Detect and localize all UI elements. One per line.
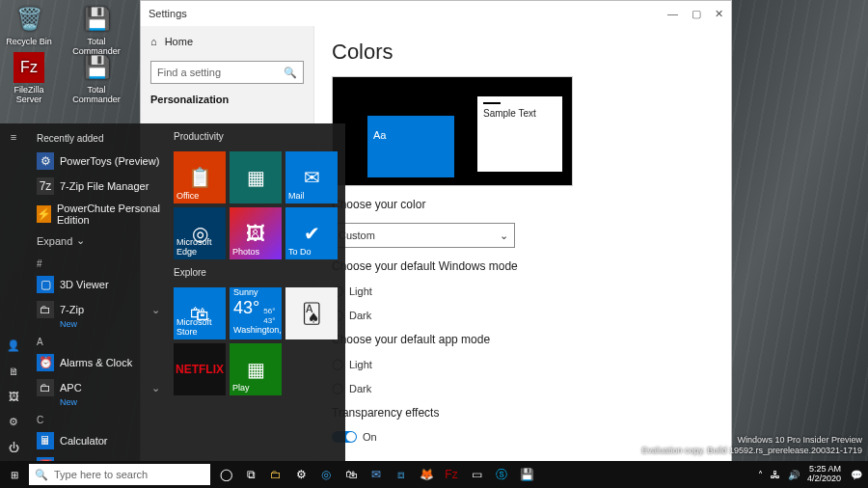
preview-tiles bbox=[367, 116, 454, 177]
desktop-icon-total-commander[interactable]: 💾 Total Commander bbox=[71, 4, 122, 56]
filezilla-icon[interactable]: Fz bbox=[444, 467, 459, 482]
tray-chevron-icon[interactable]: ˄ bbox=[758, 470, 763, 480]
expand-recent[interactable]: Expand⌄ bbox=[31, 230, 166, 251]
nav-home-label: Home bbox=[165, 36, 193, 47]
start-menu: ≡ 👤 🗎 🖼 ⚙ ⏻ Recently added ⚙PowerToys (P… bbox=[0, 123, 345, 461]
app-label: 7-Zip File Manager bbox=[60, 180, 149, 192]
app-alarms[interactable]: ⏰Alarms & Clock bbox=[31, 351, 166, 374]
nav-home[interactable]: ⌂ Home bbox=[150, 32, 304, 51]
taskbar-search[interactable]: 🔍 Type here to search bbox=[29, 464, 210, 485]
mail-icon: ✉ bbox=[285, 151, 338, 203]
tile-play[interactable]: ▦Play bbox=[230, 343, 282, 395]
settings-title-bar[interactable]: Settings — ▢ ✕ bbox=[141, 1, 731, 26]
app-powerchute[interactable]: ⚡PowerChute Personal Edition bbox=[31, 200, 166, 229]
app-calculator[interactable]: 🖩Calculator bbox=[31, 429, 166, 452]
new-badge: New bbox=[31, 397, 166, 407]
find-setting-input[interactable]: Find a setting 🔍 bbox=[150, 61, 304, 84]
start-button[interactable]: ⊞ bbox=[0, 470, 29, 480]
vscode-icon[interactable]: ⧈ bbox=[393, 467, 409, 482]
task-view-icon[interactable]: ⧉ bbox=[243, 467, 258, 482]
recycle-bin-icon: 🗑️ bbox=[14, 4, 44, 35]
desktop-icon-label: Total Commander bbox=[71, 85, 122, 104]
minimize-button[interactable]: — bbox=[667, 8, 678, 20]
window-controls: — ▢ ✕ bbox=[667, 8, 723, 20]
tray-network-icon[interactable]: 🖧 bbox=[771, 470, 780, 480]
tile-office[interactable]: 📋Office bbox=[174, 151, 226, 203]
maximize-button[interactable]: ▢ bbox=[692, 8, 701, 20]
app-apc[interactable]: 🗀APC⌄ bbox=[31, 376, 166, 399]
documents-icon[interactable]: 🗎 bbox=[9, 366, 19, 377]
tile-store[interactable]: 🛍Microsoft Store bbox=[174, 287, 226, 339]
server-icon: Fz bbox=[14, 52, 44, 83]
tile-edge[interactable]: ◎Microsoft Edge bbox=[174, 207, 226, 259]
choose-color-dropdown[interactable]: Custom ⌄ bbox=[332, 223, 515, 248]
tile-group-explore[interactable]: Explore bbox=[174, 265, 338, 282]
tile-grid-explore: 🛍Microsoft Store Sunny 43° 56°43° Washin… bbox=[174, 287, 338, 395]
preview-window: Sample Text bbox=[477, 96, 562, 172]
app-mode-light[interactable]: ◯ Light bbox=[332, 358, 714, 370]
power-icon[interactable]: ⏻ bbox=[9, 442, 19, 453]
tile-solitaire[interactable]: 🂡 bbox=[285, 287, 338, 339]
notifications-icon[interactable]: 💬 bbox=[851, 470, 862, 480]
windows-mode-light[interactable]: ◯ Light bbox=[332, 285, 714, 297]
find-setting-placeholder: Find a setting bbox=[157, 67, 221, 78]
mail-taskbar-icon[interactable]: ✉ bbox=[368, 467, 384, 482]
start-apps-list[interactable]: Recently added ⚙PowerToys (Preview) 7z7-… bbox=[27, 123, 170, 461]
letter-a[interactable]: A bbox=[31, 331, 166, 349]
pictures-icon[interactable]: 🖼 bbox=[9, 391, 19, 402]
tile-mail[interactable]: ✉Mail bbox=[285, 151, 338, 203]
app-mode-dark-label: Dark bbox=[349, 383, 371, 394]
tile-group-productivity[interactable]: Productivity bbox=[174, 129, 338, 146]
app-mode-dark[interactable]: ◯ Dark bbox=[332, 382, 714, 394]
app-7zip[interactable]: 🗀7-Zip⌄ bbox=[31, 298, 166, 321]
firefox-icon[interactable]: 🦊 bbox=[419, 467, 434, 482]
app-powertoys[interactable]: ⚙PowerToys (Preview) bbox=[31, 149, 166, 173]
nav-category-personalization: Personalization bbox=[150, 94, 304, 105]
app-label: PowerChute Personal Edition bbox=[57, 203, 160, 226]
tile-msft-apps[interactable]: ▦ bbox=[230, 151, 282, 203]
hamburger-icon[interactable]: ≡ bbox=[11, 131, 16, 143]
desktop-icons-row-2: Fz FileZilla Server 💾 Total Commander bbox=[4, 52, 122, 104]
edge-taskbar-icon[interactable]: ◎ bbox=[318, 467, 334, 482]
tray-volume-icon[interactable]: 🔊 bbox=[788, 470, 800, 480]
letter-hash[interactable]: # bbox=[31, 253, 166, 271]
chevron-down-icon: ⌄ bbox=[76, 234, 85, 247]
app-label: 3D Viewer bbox=[60, 279, 109, 290]
settings-taskbar-icon[interactable]: ⚙ bbox=[293, 467, 309, 482]
app-calendar[interactable]: 📅Calendar bbox=[31, 454, 166, 461]
desktop-icon-total-commander-2[interactable]: 💾 Total Commander bbox=[71, 52, 122, 104]
tile-grid-productivity: 📋Office ▦ ✉Mail ◎Microsoft Edge 🖼Photos … bbox=[174, 151, 338, 259]
new-badge: New bbox=[31, 319, 166, 329]
desktop-icon-recycle-bin[interactable]: 🗑️ Recycle Bin bbox=[4, 4, 54, 56]
settings-icon[interactable]: ⚙ bbox=[9, 416, 18, 428]
weather-hi: 56° bbox=[263, 307, 275, 315]
transparency-label: Transparency effects bbox=[332, 406, 714, 420]
tile-todo[interactable]: ✔To Do bbox=[285, 207, 338, 259]
tile-netflix[interactable]: NETFLIX bbox=[174, 343, 226, 395]
totalcmd-icon[interactable]: 💾 bbox=[519, 467, 534, 482]
putty-icon[interactable]: ▭ bbox=[469, 467, 484, 482]
weather-condition: Sunny bbox=[233, 287, 278, 298]
skype-icon[interactable]: ⓢ bbox=[494, 467, 509, 482]
settings-content: Colors Sample Text Choose your color Cus… bbox=[314, 26, 731, 462]
windows-mode-dark[interactable]: ◯ Dark bbox=[332, 309, 714, 321]
app-icon: ⚡ bbox=[37, 205, 51, 223]
clock-date: 4/2/2020 bbox=[807, 474, 841, 484]
app-7zip-fm[interactable]: 7z7-Zip File Manager bbox=[31, 175, 166, 198]
choose-color-label: Choose your color bbox=[332, 198, 714, 211]
app-3dviewer[interactable]: ▢3D Viewer bbox=[31, 273, 166, 296]
tile-weather[interactable]: Sunny 43° 56°43° Washington,... bbox=[230, 287, 282, 339]
tile-photos[interactable]: 🖼Photos bbox=[230, 207, 282, 259]
store-taskbar-icon[interactable]: 🛍 bbox=[343, 467, 359, 482]
app-icon: 🖩 bbox=[37, 432, 54, 449]
start-tiles: Productivity 📋Office ▦ ✉Mail ◎Microsoft … bbox=[170, 123, 345, 461]
cortana-icon[interactable]: ◯ bbox=[218, 467, 233, 482]
letter-c[interactable]: C bbox=[31, 409, 166, 427]
close-button[interactable]: ✕ bbox=[715, 8, 723, 20]
search-icon: 🔍 bbox=[35, 469, 48, 481]
desktop-icon-filezilla[interactable]: Fz FileZilla Server bbox=[4, 52, 54, 104]
explorer-icon[interactable]: 🗀 bbox=[268, 467, 284, 482]
search-icon: 🔍 bbox=[284, 67, 297, 79]
taskbar-clock[interactable]: 5:25 AM 4/2/2020 bbox=[807, 465, 843, 484]
user-icon[interactable]: 👤 bbox=[7, 339, 20, 352]
